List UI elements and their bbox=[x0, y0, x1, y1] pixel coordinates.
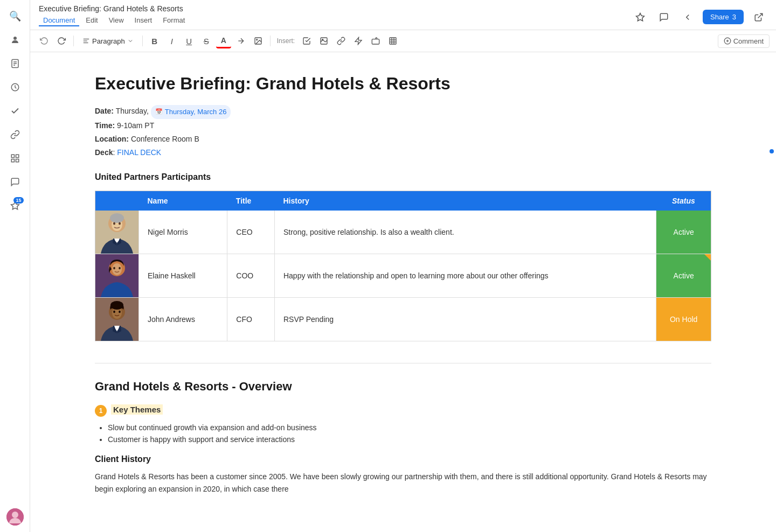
elaine-photo bbox=[95, 254, 138, 297]
menu-view[interactable]: View bbox=[105, 15, 128, 26]
svg-line-24 bbox=[323, 40, 325, 42]
list-item: Slow but continued growth via expansion … bbox=[108, 423, 711, 432]
sidebar-item-starred[interactable]: 15 bbox=[5, 196, 25, 215]
share-count: 3 bbox=[732, 13, 736, 21]
highlight-button[interactable] bbox=[233, 33, 248, 48]
font-color-button[interactable]: A bbox=[216, 33, 231, 48]
svg-rect-8 bbox=[11, 159, 14, 162]
sidebar-item-docs[interactable] bbox=[5, 54, 25, 73]
history-cell: Happy with the relationship and open to … bbox=[274, 254, 656, 298]
person-photo-cell bbox=[95, 211, 139, 254]
title-cell: COO bbox=[227, 254, 275, 298]
sidebar-item-links[interactable] bbox=[5, 125, 25, 144]
col-history: History bbox=[274, 191, 656, 211]
menu-insert[interactable]: Insert bbox=[130, 15, 157, 26]
bold-button[interactable]: B bbox=[147, 33, 162, 48]
location-value: Conference Room B bbox=[131, 135, 199, 143]
svg-point-12 bbox=[12, 512, 18, 518]
separator-2 bbox=[142, 36, 143, 46]
sidebar-item-tasks[interactable] bbox=[5, 101, 25, 121]
time-label: Time: bbox=[95, 121, 115, 130]
date-prefix: Thursday, bbox=[116, 107, 149, 115]
deck-link[interactable]: FINAL DECK bbox=[117, 148, 161, 157]
document-title: Executive Briefing: Grand Hotels & Resor… bbox=[39, 4, 189, 13]
col-photo bbox=[95, 191, 139, 211]
checkbox-button[interactable] bbox=[299, 33, 314, 48]
svg-point-0 bbox=[13, 37, 17, 40]
status-active: Active bbox=[656, 211, 711, 254]
title-bar: Executive Briefing: Grand Hotels & Resor… bbox=[30, 0, 776, 30]
lightning-button[interactable] bbox=[351, 33, 366, 48]
menu-format[interactable]: Format bbox=[158, 15, 189, 26]
external-link-button[interactable] bbox=[750, 9, 767, 26]
participants-section-title: United Partners Participants bbox=[95, 172, 711, 182]
title-bar-right: Share 3 bbox=[632, 9, 767, 26]
scrollbar-indicator bbox=[770, 149, 774, 153]
sidebar-item-comments[interactable] bbox=[5, 172, 25, 192]
star-button[interactable] bbox=[632, 9, 649, 26]
block-button[interactable] bbox=[368, 33, 383, 48]
history-cell: RSVP Pending bbox=[274, 298, 656, 341]
photo-button[interactable] bbox=[316, 33, 331, 48]
meta-location: Location: Conference Room B bbox=[95, 132, 711, 146]
toolbar: Paragraph B I U S A Insert: bbox=[30, 30, 776, 52]
style-dropdown[interactable]: Paragraph bbox=[78, 35, 138, 47]
time-value: 9-10am PT bbox=[117, 121, 154, 130]
undo-button[interactable] bbox=[37, 33, 52, 48]
user-avatar[interactable] bbox=[6, 508, 24, 526]
chat-button[interactable] bbox=[655, 9, 673, 26]
image-button[interactable] bbox=[251, 33, 266, 48]
sidebar-item-search[interactable]: 🔍 bbox=[5, 6, 25, 26]
back-button[interactable] bbox=[679, 9, 696, 26]
meta-date: Date: Thursday, Thursday, March 26 bbox=[95, 104, 711, 119]
section-divider bbox=[95, 363, 711, 363]
badge-count: 15 bbox=[13, 197, 23, 204]
client-history-title: Client History bbox=[95, 454, 711, 464]
add-comment-button[interactable]: Comment bbox=[718, 34, 770, 48]
meta-time: Time: 9-10am PT bbox=[95, 119, 711, 132]
col-name: Name bbox=[139, 191, 227, 211]
table-row: John Andrews CFO RSVP Pending On Hold bbox=[95, 298, 711, 341]
title-cell: CEO bbox=[227, 211, 275, 254]
sidebar-item-grid[interactable] bbox=[5, 149, 25, 168]
person-photo-cell bbox=[95, 298, 139, 341]
svg-rect-6 bbox=[11, 155, 14, 157]
document-content: Executive Briefing: Grand Hotels & Resor… bbox=[30, 52, 776, 532]
italic-button[interactable]: I bbox=[164, 33, 179, 48]
redo-button[interactable] bbox=[54, 33, 69, 48]
status-cell: Active bbox=[656, 211, 711, 254]
underline-button[interactable]: U bbox=[182, 33, 197, 48]
status-cell: On Hold bbox=[656, 298, 711, 341]
status-active-2: Active bbox=[656, 254, 711, 297]
date-link[interactable]: Thursday, March 26 bbox=[151, 105, 231, 118]
col-title: Title bbox=[227, 191, 275, 211]
person-photo-cell bbox=[95, 254, 139, 298]
sidebar-item-user[interactable] bbox=[5, 30, 25, 50]
key-themes-badge: 1 bbox=[95, 405, 107, 417]
history-cell: Strong, positive relationship. Is also a… bbox=[274, 211, 656, 254]
svg-point-51 bbox=[113, 311, 115, 313]
link-button[interactable] bbox=[334, 33, 349, 48]
nigel-photo bbox=[95, 211, 138, 254]
comment-label: Comment bbox=[733, 37, 764, 45]
menu-edit[interactable]: Edit bbox=[81, 15, 102, 26]
menu-document[interactable]: Document bbox=[39, 15, 79, 26]
table-row: Elaine Haskell COO Happy with the relati… bbox=[95, 254, 711, 298]
svg-point-45 bbox=[113, 267, 115, 269]
strikethrough-button[interactable]: S bbox=[199, 33, 214, 48]
svg-point-52 bbox=[119, 311, 121, 313]
svg-line-14 bbox=[758, 13, 763, 18]
separator-1 bbox=[73, 36, 74, 46]
table-body: Nigel Morris CEO Strong, positive relati… bbox=[95, 211, 711, 341]
deck-label: Deck bbox=[95, 148, 113, 157]
status-cell: Active bbox=[656, 254, 711, 298]
svg-point-20 bbox=[256, 39, 257, 40]
table-row: Nigel Morris CEO Strong, positive relati… bbox=[95, 211, 711, 254]
svg-marker-26 bbox=[355, 37, 362, 44]
sidebar-item-history[interactable] bbox=[5, 78, 25, 97]
table-button[interactable] bbox=[385, 33, 400, 48]
svg-marker-13 bbox=[636, 13, 645, 20]
share-button[interactable]: Share 3 bbox=[703, 10, 744, 24]
svg-rect-27 bbox=[372, 39, 379, 44]
date-label: Date: bbox=[95, 107, 114, 115]
